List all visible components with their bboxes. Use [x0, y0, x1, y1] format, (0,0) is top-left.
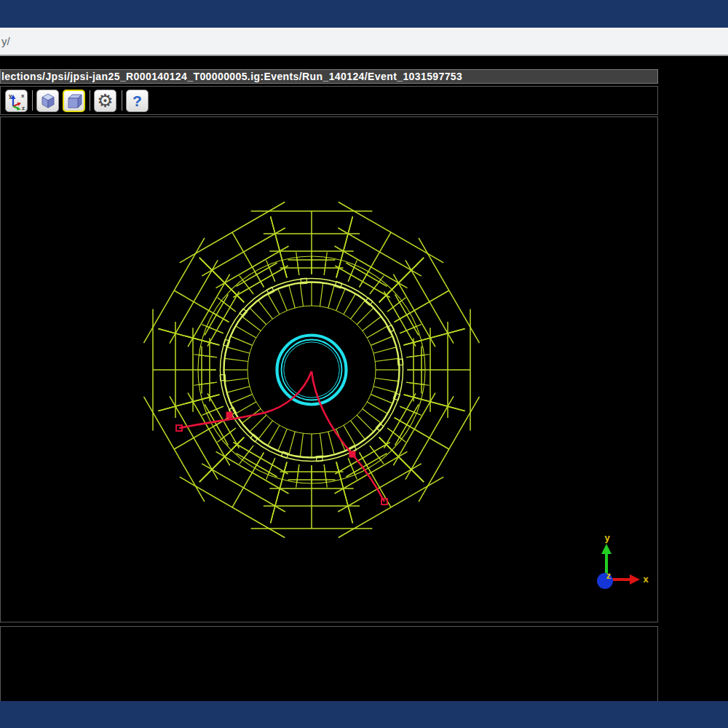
toolbar-divider: [32, 90, 33, 111]
perspective-view-button[interactable]: [36, 90, 59, 112]
info-panel: [0, 626, 658, 702]
event-title: lections/Jpsi/jpsi-jan25_R000140124_T000…: [1, 71, 462, 83]
toolbar: y x z ⚙ ?: [0, 86, 658, 115]
url-text[interactable]: y/: [1, 35, 10, 47]
orthographic-cube-icon: [66, 92, 83, 110]
axes-view-button[interactable]: y x z: [5, 90, 28, 112]
svg-text:y: y: [604, 532, 610, 543]
window-top-bar: [0, 0, 728, 28]
perspective-cube-icon: [39, 92, 57, 110]
muon-tracks: [176, 371, 387, 505]
browser-url-bar[interactable]: y/: [0, 28, 728, 56]
question-mark-icon: ?: [132, 93, 142, 108]
axes-gizmo: yxz: [597, 532, 649, 589]
gear-icon: ⚙: [97, 92, 113, 110]
window-bottom-bar: [0, 701, 728, 728]
svg-text:z: z: [606, 570, 612, 581]
orthographic-view-button[interactable]: [63, 90, 85, 112]
event-title-bar: lections/Jpsi/jpsi-jan25_R000140124_T000…: [0, 69, 658, 84]
svg-text:x: x: [21, 92, 25, 99]
beam-pipe: [277, 336, 347, 405]
axes-icon: y x z: [7, 92, 26, 111]
event-display-canvas[interactable]: yxz: [0, 116, 658, 622]
help-button[interactable]: ?: [126, 90, 149, 112]
svg-text:x: x: [643, 574, 649, 585]
toolbar-divider: [90, 90, 90, 111]
detector-wireframe: [144, 202, 480, 538]
svg-text:z: z: [22, 105, 25, 111]
detector-event-svg[interactable]: yxz: [1, 117, 657, 622]
settings-button[interactable]: ⚙: [94, 90, 116, 112]
toolbar-divider: [122, 90, 122, 111]
